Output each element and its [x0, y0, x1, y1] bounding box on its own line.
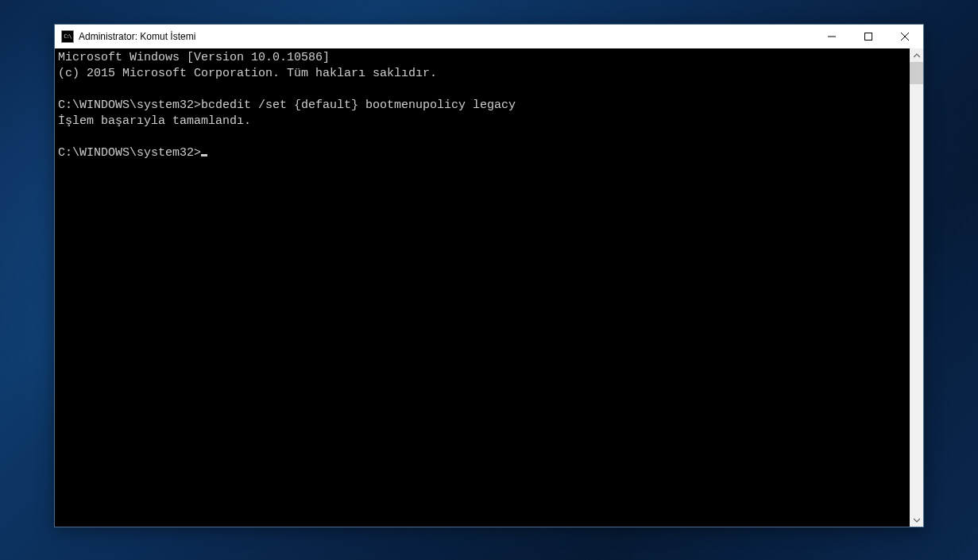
- cursor: [201, 154, 207, 156]
- console-line: (c) 2015 Microsoft Corporation. Tüm hakl…: [58, 67, 437, 80]
- minimize-button[interactable]: [814, 25, 850, 48]
- scroll-down-button[interactable]: [910, 513, 923, 527]
- console-line: Microsoft Windows [Version 10.0.10586]: [58, 51, 330, 64]
- close-button[interactable]: [887, 25, 923, 48]
- minimize-icon: [828, 33, 836, 41]
- scrollbar-track[interactable]: [910, 62, 923, 513]
- scroll-up-button[interactable]: [910, 48, 923, 62]
- chevron-up-icon: [914, 52, 920, 59]
- window-controls: [814, 25, 923, 48]
- console-prompt: C:\WINDOWS\system32>: [58, 146, 201, 160]
- scrollbar-thumb[interactable]: [910, 62, 923, 84]
- maximize-icon: [864, 33, 872, 41]
- close-icon: [901, 33, 909, 41]
- vertical-scrollbar[interactable]: [910, 48, 923, 527]
- svg-rect-1: [865, 33, 872, 41]
- console-body: Microsoft Windows [Version 10.0.10586] (…: [55, 48, 923, 527]
- titlebar[interactable]: C:\ Administrator: Komut İstemi: [55, 25, 923, 48]
- console-line: İşlem başarıyla tamamlandı.: [58, 114, 251, 128]
- console-command: bcdedit /set {default} bootmenupolicy le…: [201, 98, 516, 112]
- maximize-button[interactable]: [850, 25, 887, 48]
- command-prompt-window: C:\ Administrator: Komut İstemi Microsof…: [54, 24, 924, 527]
- console-prompt: C:\WINDOWS\system32>: [58, 98, 201, 112]
- window-title: Administrator: Komut İstemi: [79, 31, 814, 42]
- console-output[interactable]: Microsoft Windows [Version 10.0.10586] (…: [55, 48, 910, 527]
- cmd-icon: C:\: [61, 30, 74, 43]
- chevron-down-icon: [914, 517, 920, 523]
